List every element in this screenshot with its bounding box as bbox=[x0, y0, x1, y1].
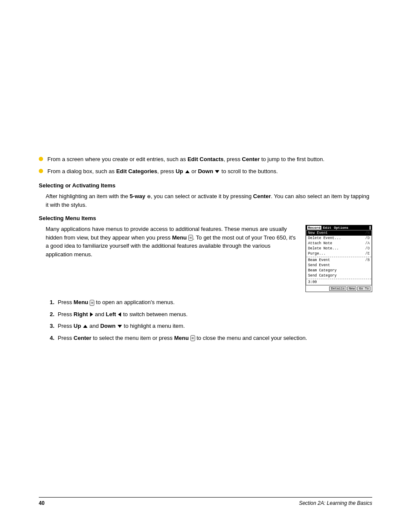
menu-item-shortcut: /O bbox=[365, 246, 370, 251]
menu-intro-text: Many applications have menus to provide … bbox=[46, 225, 297, 258]
calendar-footer: Details New Go To bbox=[306, 285, 372, 292]
page-number: 40 bbox=[39, 500, 44, 506]
step-4: Press Center to select the menu item or … bbox=[56, 334, 372, 342]
bold-text: 5-way bbox=[130, 193, 145, 199]
calendar-buttons: Details New Go To bbox=[329, 286, 371, 291]
menu-divider bbox=[306, 279, 371, 279]
details-button: Details bbox=[329, 286, 346, 291]
device-menu-screenshot: Record Edit Options ▐ New Event /N Delet… bbox=[305, 225, 372, 292]
menu-row: Beam Category bbox=[306, 268, 371, 273]
menu-row: Attach Note /A bbox=[306, 241, 371, 246]
menu-body: New Event /N Delete Event... /D Attach N… bbox=[306, 230, 372, 285]
bold-text: Center bbox=[242, 156, 260, 162]
menu-icon: ✉ bbox=[90, 300, 94, 306]
bullet-list: From a screen where you create or edit e… bbox=[39, 155, 372, 175]
list-item: From a screen where you create or edit e… bbox=[39, 155, 372, 164]
bullet-dot bbox=[39, 157, 43, 161]
bold-text: Menu bbox=[172, 234, 187, 241]
menu-row: Send Event bbox=[306, 263, 371, 268]
bullet-text: From a dialog box, such as Edit Categori… bbox=[47, 167, 372, 176]
arrow-up-icon bbox=[185, 170, 190, 173]
bold-text: Menu bbox=[174, 335, 189, 341]
list-item: From a dialog box, such as Edit Categori… bbox=[39, 167, 372, 176]
bold-text: Center bbox=[74, 335, 91, 341]
goto-button: Go To bbox=[357, 286, 371, 291]
menu-item-label: New Event bbox=[308, 231, 328, 235]
menu-row: Send Category bbox=[306, 273, 371, 278]
bullet-dot bbox=[39, 169, 43, 173]
bold-text: Down bbox=[100, 323, 115, 329]
content-area: From a screen where you create or edit e… bbox=[0, 0, 411, 374]
menu-row: New Event /N bbox=[306, 230, 371, 236]
page-container: From a screen where you create or edit e… bbox=[0, 0, 411, 532]
arrow-right-icon bbox=[90, 312, 93, 317]
arrow-up-icon bbox=[83, 325, 87, 328]
menu-row: Delete Event... /D bbox=[306, 236, 371, 241]
selecting-items-intro: After highlighting an item with the 5-wa… bbox=[39, 192, 372, 209]
selecting-menu-heading: Selecting Menu Items bbox=[39, 215, 372, 221]
menu-text-column: Many applications have menus to provide … bbox=[39, 225, 297, 292]
bold-text: Up bbox=[176, 168, 183, 174]
menu-row: 3:00 bbox=[306, 280, 371, 285]
bold-text: Down bbox=[198, 168, 213, 174]
menu-item-label: Delete Note... bbox=[308, 246, 339, 251]
menu-corner: ▐ bbox=[368, 226, 371, 230]
menu-screenshot-column: Record Edit Options ▐ New Event /N Delet… bbox=[305, 225, 372, 292]
menu-item-label: Attach Note bbox=[308, 241, 332, 246]
menu-item-label: Beam Event bbox=[308, 258, 330, 262]
bold-text: Right bbox=[74, 311, 88, 317]
step-1: Press Menu ✉ to open an application's me… bbox=[56, 298, 372, 307]
bold-text: Edit Categories bbox=[116, 168, 157, 174]
page-footer: 40 Section 2A: Learning the Basics bbox=[39, 497, 372, 506]
steps-list: Press Menu ✉ to open an application's me… bbox=[46, 298, 372, 342]
arrow-down-icon bbox=[118, 325, 122, 328]
menu-tab-options: Options bbox=[333, 226, 349, 230]
new-button: New bbox=[347, 286, 357, 291]
menu-item-label: Send Event bbox=[308, 263, 330, 268]
menu-item-label: Send Category bbox=[308, 274, 336, 278]
bold-text: Edit Contacts bbox=[187, 156, 224, 162]
step-3: Press Up and Down to highlight a menu it… bbox=[56, 322, 372, 330]
menu-row: Purge... /E bbox=[306, 251, 371, 256]
menu-item-shortcut: /B bbox=[365, 258, 370, 262]
menu-tabs: Record Edit Options bbox=[307, 226, 349, 230]
menu-row: Delete Note... /O bbox=[306, 246, 371, 251]
selecting-menu-section: Many applications have menus to provide … bbox=[39, 225, 372, 292]
fiveway-icon: ⊕ bbox=[147, 193, 151, 200]
arrow-down-icon bbox=[215, 170, 219, 173]
menu-icon: ✉ bbox=[190, 335, 195, 341]
section-title: Section 2A: Learning the Basics bbox=[299, 500, 372, 506]
step-2: Press Right and Left to switch between m… bbox=[56, 310, 372, 319]
menu-item-label: 3:00 bbox=[308, 280, 317, 284]
menu-icon: ✉ bbox=[188, 235, 193, 241]
menu-item-shortcut: /N bbox=[365, 231, 370, 235]
bold-text: Menu bbox=[74, 299, 88, 305]
menu-titlebar: Record Edit Options ▐ bbox=[306, 225, 372, 230]
menu-tab-edit: Edit bbox=[322, 226, 332, 230]
bold-text: Center bbox=[253, 193, 271, 199]
menu-divider bbox=[306, 257, 371, 257]
menu-item-shortcut: /A bbox=[365, 241, 370, 246]
menu-item-shortcut: /E bbox=[365, 252, 370, 256]
menu-tab-record: Record bbox=[307, 226, 321, 230]
arrow-left-icon bbox=[118, 312, 121, 317]
menu-item-label: Beam Category bbox=[308, 268, 336, 273]
bold-text: Left bbox=[106, 311, 116, 317]
menu-item-shortcut: /D bbox=[365, 236, 370, 240]
menu-item-label: Purge... bbox=[308, 252, 326, 256]
bold-text: Up bbox=[74, 323, 81, 329]
menu-item-label: Delete Event... bbox=[308, 236, 341, 240]
selecting-items-heading: Selecting or Activating Items bbox=[39, 182, 372, 189]
bullet-text: From a screen where you create or edit e… bbox=[47, 155, 372, 164]
calendar-time bbox=[307, 286, 329, 291]
menu-row: Beam Event /B bbox=[306, 258, 371, 263]
